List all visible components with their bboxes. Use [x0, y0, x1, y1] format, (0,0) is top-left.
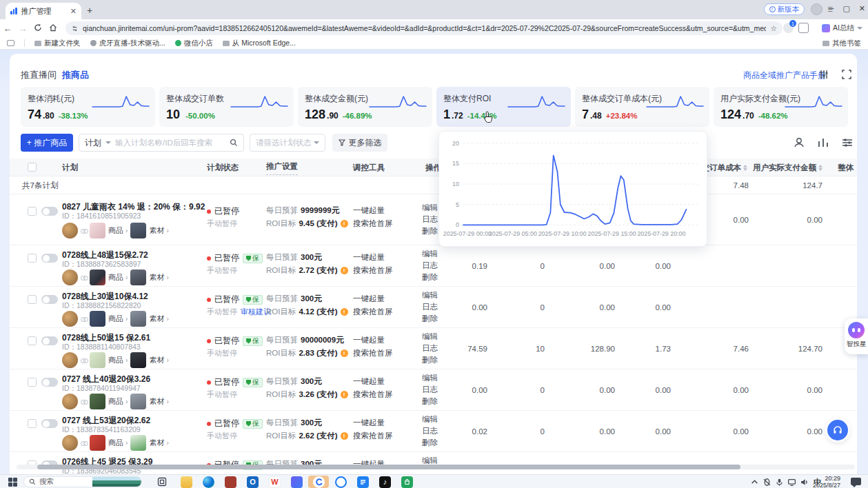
tab-promote-product[interactable]: 推商品 [62, 69, 89, 81]
reload-button[interactable] [30, 23, 46, 34]
product-link[interactable]: 商品 › [108, 314, 128, 324]
search-top-screen-link[interactable]: 搜索抢首屏 [353, 218, 393, 229]
row-checkbox[interactable] [28, 378, 37, 387]
product-link[interactable]: 商品 › [108, 272, 128, 283]
ai-summary-button[interactable]: AI总结 [822, 21, 862, 35]
column-settings-icon[interactable] [840, 135, 855, 150]
material-thumbnail[interactable] [130, 435, 146, 451]
browser-tab[interactable]: 推广管理 ✕ [6, 3, 81, 19]
tray-display-icon[interactable] [787, 476, 796, 487]
row-checkbox[interactable] [28, 419, 37, 428]
tray-volume-icon[interactable] [800, 476, 809, 487]
bookmark-item[interactable]: 微信小店 [175, 39, 213, 48]
scrollbar-thumb[interactable] [37, 465, 740, 469]
qianchuan-browser-icon[interactable] [313, 476, 325, 487]
row-checkbox[interactable] [28, 336, 37, 345]
product-thumbnail[interactable] [90, 352, 105, 368]
metric-settings-icon[interactable] [818, 68, 830, 81]
wps-icon[interactable]: W [269, 476, 281, 487]
product-link[interactable]: 商品 › [108, 225, 128, 236]
notification-center-icon[interactable] [851, 478, 861, 485]
metric-card[interactable]: 整体支付ROI 1.72 -14.43% [436, 87, 571, 127]
one-key-boost-link[interactable]: 一键起量 [353, 335, 385, 345]
header-pay-amount-sort[interactable]: 用户实际支付金额 [758, 159, 822, 176]
metric-card[interactable]: 整体消耗(元) 74.80 -38.13% [21, 87, 155, 127]
home-button[interactable] [46, 23, 61, 34]
search-top-screen-link[interactable]: 搜索抢首屏 [353, 348, 393, 358]
new-version-badge[interactable]: !新版本 [764, 3, 805, 15]
edge-icon[interactable] [203, 476, 214, 487]
search-top-screen-link[interactable]: 搜索抢首屏 [353, 265, 393, 276]
explorer-icon[interactable] [181, 476, 192, 487]
help-support-button[interactable] [827, 420, 848, 440]
docs-app-icon[interactable] [357, 476, 369, 487]
new-tab-button[interactable]: + [87, 6, 92, 15]
more-filters-button[interactable]: 更多筛选 [332, 134, 387, 152]
security-app-icon[interactable] [335, 476, 347, 487]
product-thumbnail[interactable] [90, 270, 105, 285]
account-avatar[interactable] [62, 311, 78, 327]
bookmark-item[interactable]: 虎牙直播-技术驱动... [90, 39, 165, 48]
task-view-icon[interactable] [156, 476, 168, 487]
warning-icon[interactable]: ! [341, 432, 348, 440]
material-thumbnail[interactable] [130, 352, 146, 368]
plan-toggle-switch[interactable] [41, 336, 58, 345]
material-thumbnail[interactable] [130, 311, 146, 327]
douyin-icon[interactable]: ♪ [379, 476, 391, 487]
product-manual-link[interactable]: 商品全域推广产品手册 [743, 70, 826, 81]
search-top-screen-link[interactable]: 搜索抢首屏 [353, 431, 393, 441]
metric-card[interactable]: 用户实际支付金额(元) 124.70 -48.62% [714, 87, 848, 127]
warning-icon[interactable]: ! [341, 267, 348, 274]
material-link[interactable]: 素材 › [149, 355, 168, 365]
side-panel-icon[interactable] [7, 40, 14, 46]
warning-icon[interactable]: ! [341, 308, 348, 316]
one-key-boost-link[interactable]: 一键起量 [353, 418, 385, 428]
warning-icon[interactable]: ! [341, 391, 348, 398]
product-thumbnail[interactable] [90, 435, 105, 451]
product-link[interactable]: 商品 › [108, 438, 128, 448]
assistant-widget[interactable]: 智投星 [845, 318, 868, 354]
bookmark-item[interactable]: 新建文件夹 [34, 39, 81, 48]
select-all-checkbox[interactable] [28, 163, 37, 172]
material-thumbnail[interactable] [130, 223, 146, 238]
search-top-screen-link[interactable]: 搜索抢首屏 [353, 389, 393, 400]
app-icon-purple[interactable] [291, 476, 303, 487]
plan-toggle-switch[interactable] [41, 254, 58, 263]
warning-icon[interactable]: ! [341, 349, 348, 357]
tab-promote-live[interactable]: 推直播间 [21, 69, 57, 81]
material-thumbnail[interactable] [130, 270, 146, 285]
back-button[interactable]: ← [0, 23, 15, 34]
window-minimize-button[interactable]: ─ [829, 4, 834, 13]
row-checkbox[interactable] [28, 295, 37, 304]
tab-close-icon[interactable]: ✕ [70, 7, 77, 16]
account-avatar[interactable] [62, 352, 78, 368]
account-avatar[interactable] [62, 223, 78, 238]
account-avatar[interactable] [62, 394, 78, 409]
browser-profile-avatar[interactable] [811, 3, 822, 15]
one-key-boost-link[interactable]: 一键起量 [353, 205, 385, 216]
wechat-store-icon[interactable] [401, 476, 413, 487]
product-thumbnail[interactable] [90, 394, 105, 409]
material-thumbnail[interactable] [130, 394, 146, 409]
product-thumbnail[interactable] [90, 223, 105, 238]
plan-search-group[interactable]: 计划 输入计划名称/ID后回车搜索 [79, 134, 244, 152]
material-link[interactable]: 素材 › [149, 314, 168, 324]
window-close-button[interactable]: ✕ [859, 4, 865, 13]
create-promotion-button[interactable]: + 推广商品 [21, 134, 73, 152]
product-link[interactable]: 商品 › [108, 355, 128, 365]
plan-toggle-switch[interactable] [41, 419, 58, 428]
metric-card[interactable]: 整体成交订单成本(元) 7.48 +23.84% [575, 87, 709, 127]
horizontal-scrollbar[interactable] [17, 465, 855, 469]
one-key-boost-link[interactable]: 一键起量 [353, 376, 385, 387]
plan-toggle-switch[interactable] [41, 378, 58, 387]
plan-toggle-switch[interactable] [41, 295, 58, 304]
one-key-boost-link[interactable]: 一键起量 [353, 294, 385, 304]
warning-icon[interactable]: ! [341, 220, 348, 227]
taskbar-search-box[interactable]: 搜索 [23, 476, 142, 487]
material-link[interactable]: 素材 › [149, 438, 168, 448]
material-link[interactable]: 素材 › [149, 272, 168, 283]
metric-card[interactable]: 整体成交金额(元) 128.90 -46.89% [298, 87, 432, 127]
bookmark-star-icon[interactable]: ☆ [770, 24, 777, 33]
metric-card[interactable]: 整体成交订单数 10 -50.00% [159, 87, 294, 127]
plan-type-select[interactable]: 计划 [85, 137, 101, 149]
